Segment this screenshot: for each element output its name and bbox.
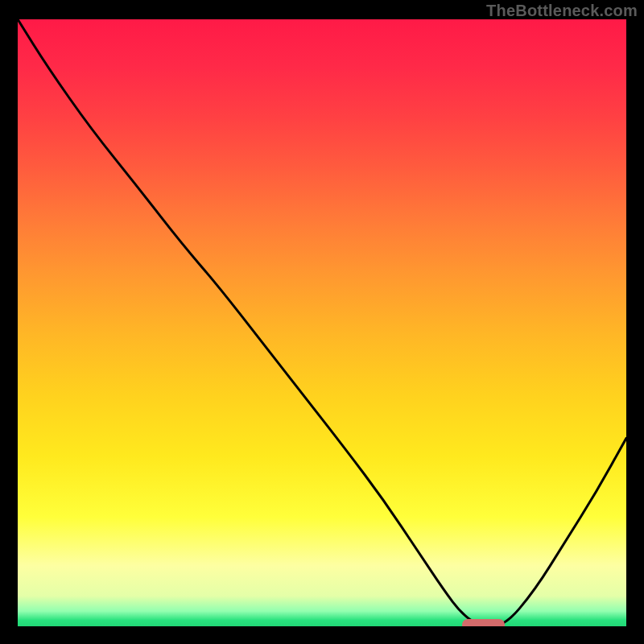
- bottleneck-curve: [18, 19, 626, 626]
- curve-path: [18, 19, 626, 626]
- optimal-marker: [462, 619, 505, 626]
- watermark-text: TheBottleneck.com: [486, 2, 638, 20]
- chart-frame: TheBottleneck.com: [0, 0, 644, 644]
- plot-area: [18, 19, 626, 626]
